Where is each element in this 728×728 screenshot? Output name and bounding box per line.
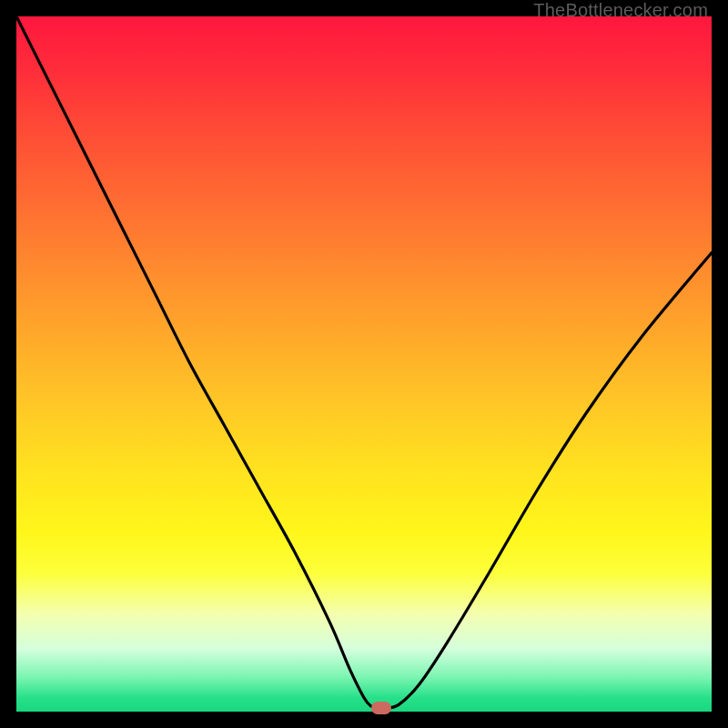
plot-area: [16, 16, 712, 712]
optimal-point-marker: [371, 702, 391, 714]
curve-svg: [16, 16, 712, 712]
bottleneck-curve: [16, 16, 712, 709]
chart-frame: TheBottlenecker.com: [0, 0, 728, 728]
